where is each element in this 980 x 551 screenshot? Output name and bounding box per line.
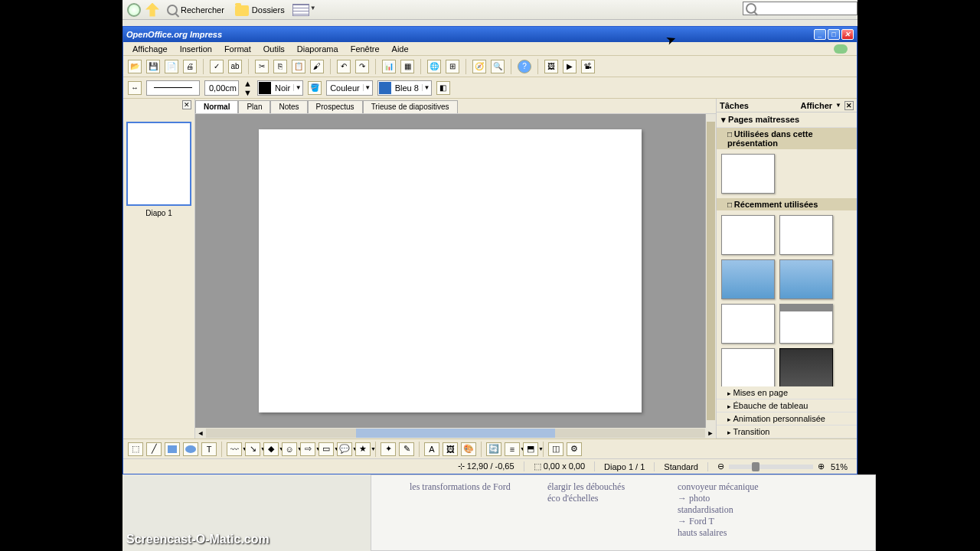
- flowchart-icon[interactable]: ▭▼: [318, 442, 334, 456]
- master-recent-5[interactable]: [721, 304, 775, 344]
- shadow-icon[interactable]: ◧: [436, 81, 450, 95]
- zoom-slider[interactable]: [729, 465, 813, 469]
- explorer-search-input[interactable]: [743, 2, 858, 15]
- tab-normal[interactable]: Normal: [195, 100, 238, 113]
- vertical-scrollbar[interactable]: [705, 114, 716, 428]
- area-fill-icon[interactable]: 🪣: [308, 81, 322, 95]
- zoom-percent[interactable]: 51%: [831, 462, 848, 471]
- close-button[interactable]: ✕: [841, 29, 854, 40]
- master-current[interactable]: [721, 154, 775, 194]
- master-recent-1[interactable]: [721, 215, 775, 255]
- scroll-left-icon[interactable]: ◄: [195, 429, 206, 437]
- close-slides-panel-icon[interactable]: ✕: [182, 100, 191, 109]
- tab-plan[interactable]: Plan: [238, 100, 270, 113]
- arrange-icon[interactable]: ⬒▼: [523, 442, 538, 456]
- curve-tool-icon[interactable]: 〰▼: [227, 442, 242, 456]
- scroll-right-icon[interactable]: ►: [705, 429, 716, 437]
- slide-canvas-zone[interactable]: [195, 114, 705, 428]
- horizontal-scrollbar[interactable]: ◄ ►: [195, 428, 716, 439]
- rotate-icon[interactable]: 🔄: [486, 442, 501, 456]
- autospell-icon[interactable]: ab: [228, 60, 242, 73]
- section-pages-maitresses[interactable]: ▾ Pages maîtresses: [717, 112, 857, 128]
- open-icon[interactable]: 📂: [128, 60, 142, 73]
- tasks-view-dropdown-icon[interactable]: ▼: [835, 102, 841, 109]
- menu-insertion[interactable]: Insertion: [174, 44, 218, 54]
- zoom-out-icon[interactable]: ⊖: [717, 461, 724, 471]
- master-recent-2[interactable]: [779, 215, 833, 255]
- zoom-in-icon[interactable]: ⊕: [818, 461, 825, 471]
- master-recent-8[interactable]: [779, 348, 833, 386]
- grid-icon[interactable]: ⊞: [446, 60, 459, 73]
- select-tool-icon[interactable]: ⬚: [128, 442, 143, 456]
- update-icon[interactable]: [834, 44, 848, 54]
- slide-thumbnail-1[interactable]: [126, 122, 191, 206]
- undo-icon[interactable]: ↶: [337, 60, 351, 73]
- spin-down[interactable]: ▼: [243, 88, 253, 97]
- presentation-icon[interactable]: 📽: [581, 60, 595, 73]
- menu-affichage[interactable]: Affichage: [126, 44, 174, 54]
- titlebar[interactable]: OpenOffice.org Impress _ □ ✕: [123, 27, 857, 42]
- extrusion-icon[interactable]: ◫: [548, 442, 564, 456]
- interaction-icon[interactable]: ⚙: [567, 442, 582, 456]
- line-width-input[interactable]: [204, 80, 239, 96]
- search-button[interactable]: Rechercher: [164, 3, 227, 17]
- tab-notes[interactable]: Notes: [270, 100, 307, 113]
- tab-trieuse[interactable]: Trieuse de diapositives: [363, 100, 458, 113]
- navigator-icon[interactable]: 🧭: [472, 60, 486, 73]
- help-icon[interactable]: ?: [518, 60, 531, 73]
- copy-icon[interactable]: ⎘: [273, 60, 287, 73]
- fill-type-select[interactable]: Couleur ▼: [326, 80, 373, 96]
- symbol-shapes-icon[interactable]: ☺▼: [282, 442, 297, 456]
- minimize-button[interactable]: _: [814, 29, 826, 40]
- section-mises-en-page[interactable]: Mises en page: [717, 386, 857, 399]
- menu-fenetre[interactable]: Fenêtre: [345, 44, 386, 54]
- cut-icon[interactable]: ✂: [255, 60, 269, 73]
- maximize-button[interactable]: □: [828, 29, 840, 40]
- print-icon[interactable]: 🖨: [183, 60, 197, 73]
- from-file-icon[interactable]: 🖼: [443, 442, 458, 456]
- tab-prospectus[interactable]: Prospectus: [308, 100, 363, 113]
- line-style-select[interactable]: [146, 80, 200, 96]
- menu-diaporama[interactable]: Diaporama: [291, 44, 345, 54]
- section-ebauche-tableau[interactable]: Ébauche de tableau: [717, 399, 857, 412]
- gallery-drawing-icon[interactable]: 🎨: [461, 442, 476, 456]
- slide-show-icon[interactable]: ▶: [563, 60, 577, 73]
- block-arrows-icon[interactable]: ⇨▼: [300, 442, 315, 456]
- fill-color-select[interactable]: Bleu 8 ▼: [377, 80, 432, 96]
- close-tasks-panel-icon[interactable]: ✕: [844, 101, 854, 110]
- arrow-style-icon[interactable]: ↔: [128, 81, 142, 95]
- zoom-icon[interactable]: 🔍: [491, 60, 505, 73]
- save-icon[interactable]: 💾: [146, 60, 160, 73]
- views-dropdown-icon[interactable]: [292, 4, 309, 16]
- master-recent-4[interactable]: [779, 259, 833, 299]
- spin-up[interactable]: ▲: [243, 79, 253, 88]
- rectangle-tool-icon[interactable]: [165, 442, 180, 456]
- line-tool-icon[interactable]: ╱: [146, 442, 162, 456]
- menu-aide[interactable]: Aide: [386, 44, 415, 54]
- chart-icon[interactable]: 📊: [382, 60, 396, 73]
- tasks-view-menu[interactable]: Afficher: [801, 101, 833, 110]
- gallery-icon[interactable]: 🖼: [544, 60, 558, 73]
- paste-icon[interactable]: 📋: [292, 60, 305, 73]
- menu-format[interactable]: Format: [218, 44, 257, 54]
- folders-button[interactable]: Dossiers: [232, 2, 288, 18]
- menu-outils[interactable]: Outils: [257, 44, 291, 54]
- stars-icon[interactable]: ★▼: [355, 442, 371, 456]
- master-recent-3[interactable]: [721, 259, 775, 299]
- up-folder-icon[interactable]: [145, 3, 159, 17]
- points-icon[interactable]: ✦: [381, 442, 396, 456]
- line-color-select[interactable]: Noir ▼: [257, 80, 303, 96]
- basic-shapes-icon[interactable]: ◆▼: [263, 442, 279, 456]
- callout-icon[interactable]: 💬▼: [337, 442, 352, 456]
- fontwork-icon[interactable]: A: [424, 442, 439, 456]
- slide-canvas[interactable]: [259, 129, 642, 412]
- section-animation[interactable]: Animation personnalisée: [717, 412, 857, 425]
- redo-icon[interactable]: ↷: [355, 60, 369, 73]
- connector-tool-icon[interactable]: ↘▼: [245, 442, 260, 456]
- spellcheck-icon[interactable]: ✓: [210, 60, 224, 73]
- alignment-icon[interactable]: ≡▼: [505, 442, 520, 456]
- table-icon[interactable]: ▦: [400, 60, 414, 73]
- section-transition[interactable]: Transition: [717, 425, 857, 439]
- glue-points-icon[interactable]: ✎: [399, 442, 414, 456]
- export-pdf-icon[interactable]: 📄: [165, 60, 178, 73]
